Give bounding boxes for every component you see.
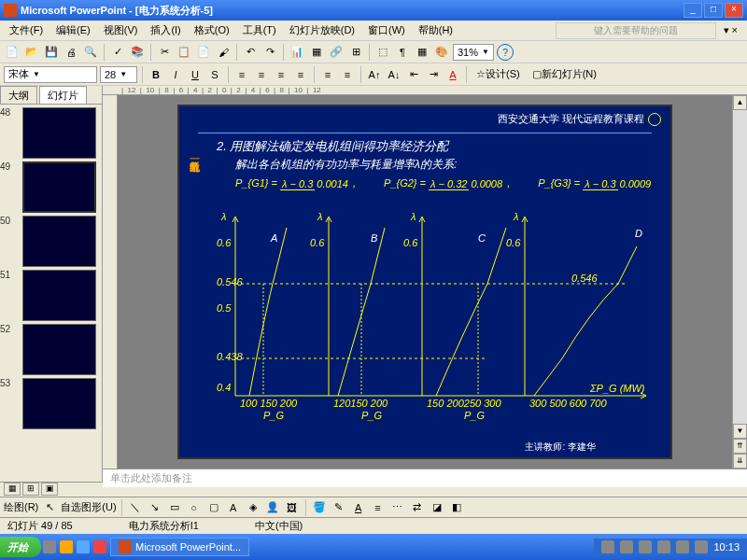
- tray-icon[interactable]: [657, 540, 670, 553]
- cut-icon[interactable]: ✂: [156, 44, 173, 61]
- prev-slide-button[interactable]: ⇈: [733, 439, 747, 454]
- line-color-icon[interactable]: ✎: [331, 499, 347, 516]
- grid-icon[interactable]: ▦: [414, 44, 430, 61]
- increase-font-icon[interactable]: A↑: [366, 66, 383, 83]
- help-icon[interactable]: ?: [497, 44, 514, 61]
- new-slide-button[interactable]: ▢新幻灯片(N): [528, 66, 601, 83]
- chart-icon[interactable]: 📊: [289, 44, 305, 61]
- slide-canvas[interactable]: 西安交通大学 现代远程教育课程 电力系统分析一 2. 用图解法确定发电机组间得功…: [118, 95, 732, 469]
- tray-icon[interactable]: [676, 540, 689, 553]
- tables-borders-icon[interactable]: ⊞: [347, 44, 364, 61]
- maximize-button[interactable]: □: [704, 3, 723, 18]
- font-size-dropdown[interactable]: 28▼: [100, 66, 137, 83]
- font-color-icon-2[interactable]: A: [350, 499, 367, 516]
- open-icon[interactable]: 📂: [23, 44, 40, 61]
- thumbnail-50[interactable]: [22, 216, 96, 267]
- align-left-icon[interactable]: ≡: [233, 66, 250, 83]
- new-icon[interactable]: 📄: [4, 44, 21, 61]
- zoom-dropdown[interactable]: 31%▼: [453, 44, 494, 61]
- bullets-icon[interactable]: ≡: [339, 66, 356, 83]
- start-button[interactable]: 开始: [0, 537, 41, 557]
- save-icon[interactable]: 💾: [43, 44, 60, 61]
- notes-pane[interactable]: 单击此处添加备注: [103, 469, 747, 487]
- numbering-icon[interactable]: ≡: [319, 66, 336, 83]
- increase-indent-icon[interactable]: ⇥: [425, 66, 442, 83]
- print-icon[interactable]: 🖨: [63, 44, 79, 61]
- menu-view[interactable]: 视图(V): [98, 21, 144, 39]
- decrease-indent-icon[interactable]: ⇤: [405, 66, 422, 83]
- underline-button[interactable]: U: [187, 66, 204, 83]
- rectangle-icon[interactable]: ▭: [166, 499, 183, 516]
- arrow-icon[interactable]: ↘: [147, 499, 163, 516]
- tray-icon[interactable]: [620, 540, 633, 553]
- fill-color-icon[interactable]: 🪣: [311, 499, 328, 516]
- menu-expand[interactable]: ▾ ×: [718, 22, 743, 38]
- menu-tools[interactable]: 工具(T): [237, 21, 282, 39]
- bold-button[interactable]: B: [148, 66, 164, 83]
- textbox-icon[interactable]: ▢: [205, 499, 222, 516]
- undo-icon[interactable]: ↶: [242, 44, 259, 61]
- font-name-dropdown[interactable]: 宋体▼: [4, 66, 97, 83]
- clipart-icon[interactable]: 👤: [264, 499, 281, 516]
- tray-icon[interactable]: [695, 540, 708, 553]
- tray-icon[interactable]: [601, 540, 614, 553]
- align-justify-icon[interactable]: ≡: [292, 66, 309, 83]
- show-format-icon[interactable]: ¶: [394, 44, 411, 61]
- scroll-down-button[interactable]: ▼: [733, 424, 747, 439]
- copy-icon[interactable]: 📋: [176, 44, 192, 61]
- tab-slides[interactable]: 幻灯片: [39, 86, 87, 104]
- decrease-font-icon[interactable]: A↓: [386, 66, 402, 83]
- autoshapes-menu[interactable]: 自选图形(U): [61, 500, 116, 514]
- dash-style-icon[interactable]: ⋯: [389, 499, 406, 516]
- wordart-icon[interactable]: A: [225, 499, 242, 516]
- line-style-icon[interactable]: ≡: [370, 499, 387, 516]
- line-icon[interactable]: ＼: [127, 499, 144, 516]
- menu-edit[interactable]: 编辑(E): [50, 21, 96, 39]
- clock[interactable]: 10:13: [713, 541, 740, 553]
- hyperlink-icon[interactable]: 🔗: [328, 44, 345, 61]
- redo-icon[interactable]: ↷: [261, 44, 278, 61]
- help-search-box[interactable]: 键入需要帮助的问题: [556, 22, 716, 39]
- paste-icon[interactable]: 📄: [195, 44, 212, 61]
- quick-launch-icon[interactable]: [60, 540, 73, 553]
- font-color-icon[interactable]: A: [444, 66, 461, 83]
- shadow-button[interactable]: S: [206, 66, 223, 83]
- thumbnail-52[interactable]: [22, 324, 96, 375]
- close-button[interactable]: ×: [725, 3, 743, 18]
- sorter-view-button[interactable]: ⊞: [22, 483, 39, 496]
- spell-icon[interactable]: ✓: [109, 44, 126, 61]
- menu-format[interactable]: 格式(O): [189, 21, 235, 39]
- 3d-style-icon[interactable]: ◧: [448, 499, 465, 516]
- arrow-style-icon[interactable]: ⇄: [409, 499, 426, 516]
- menu-file[interactable]: 文件(F): [4, 21, 49, 39]
- scroll-up-button[interactable]: ▲: [733, 95, 747, 110]
- thumbnail-51[interactable]: [22, 270, 96, 321]
- quick-launch-icon[interactable]: [43, 540, 56, 553]
- align-right-icon[interactable]: ≡: [273, 66, 289, 83]
- align-center-icon[interactable]: ≡: [253, 66, 270, 83]
- expand-icon[interactable]: ⬚: [374, 44, 391, 61]
- minimize-button[interactable]: _: [684, 3, 702, 18]
- menu-insert[interactable]: 插入(I): [145, 21, 186, 39]
- thumbnail-53[interactable]: [22, 378, 96, 429]
- select-icon[interactable]: ↖: [41, 499, 58, 516]
- quick-launch-icon[interactable]: [93, 540, 106, 553]
- draw-menu[interactable]: 绘图(R): [4, 500, 38, 514]
- menu-help[interactable]: 帮助(H): [413, 21, 458, 39]
- table-icon[interactable]: ▦: [308, 44, 325, 61]
- format-painter-icon[interactable]: 🖌: [215, 44, 232, 61]
- preview-icon[interactable]: 🔍: [82, 44, 99, 61]
- menu-window[interactable]: 窗口(W): [362, 21, 411, 39]
- color-icon[interactable]: 🎨: [433, 44, 450, 61]
- vertical-scrollbar[interactable]: ▲ ▼ ⇈ ⇊: [732, 95, 747, 469]
- shadow-style-icon[interactable]: ◪: [429, 499, 445, 516]
- quick-launch-icon[interactable]: [77, 540, 90, 553]
- italic-button[interactable]: I: [167, 66, 184, 83]
- thumbnail-49[interactable]: [22, 161, 96, 213]
- tray-icon[interactable]: [639, 540, 652, 553]
- menu-slideshow[interactable]: 幻灯片放映(D): [284, 21, 360, 39]
- diagram-icon[interactable]: ◈: [245, 499, 261, 516]
- oval-icon[interactable]: ○: [186, 499, 203, 516]
- thumbnail-48[interactable]: [22, 107, 96, 159]
- tab-outline[interactable]: 大纲: [0, 86, 37, 104]
